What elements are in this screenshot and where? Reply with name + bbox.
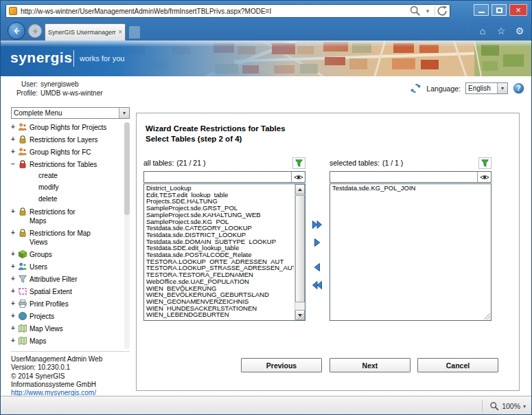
scrollbar-thumb[interactable] [295,195,305,302]
refresh-sync-icon[interactable] [410,82,421,94]
expand-icon[interactable]: + [11,147,17,156]
tab-close-icon[interactable]: × [118,29,122,36]
minimize-button[interactable] [474,4,489,16]
url-text[interactable]: http://w-ws-wintner/UserManagementAdminW… [21,8,409,15]
tree-item[interactable]: −Restrictions for Tables [11,159,124,169]
menu-dropdown[interactable]: Complete Menu ▾ [11,107,130,119]
tree-item[interactable]: +Spatial Extent [11,287,124,296]
tree-subitem-create[interactable]: create [38,172,124,180]
tree-item-label[interactable]: Users [30,262,47,271]
tree-item-label[interactable]: Spatial Extent [30,287,72,296]
list-item[interactable]: Testdata.sde.DOMAIN_SUBTYPE_LOOKUP [145,238,294,245]
home-icon[interactable]: ⌂ [476,24,489,38]
selected-tables-preview-button[interactable] [477,172,491,182]
expand-icon[interactable]: + [11,336,17,345]
address-bar[interactable]: http://w-ws-wintner/UserManagementAdminW… [5,4,450,18]
maximize-button[interactable] [491,4,507,16]
sidebar-scrollbar-thumb[interactable] [124,122,130,215]
list-item[interactable]: Testdata.sde.DISTRICT_LOOKUP [145,232,294,238]
tree-item[interactable]: +Attributive Filter [11,274,124,284]
tree-item[interactable]: +Restrictions for Layers [11,135,124,144]
expand-icon[interactable]: + [11,122,17,131]
close-button[interactable]: × [509,4,527,16]
tree-item[interactable]: +Restrictions for Map Views [11,228,124,247]
zoom-control[interactable]: 100% ▾ [482,400,526,412]
list-item[interactable]: WIEN_BEVÖLKERUNG [145,285,294,292]
tree-item-label[interactable]: Group Rights for FC [30,147,91,157]
list-item[interactable]: TESTORA.TESTORA_FELDNAMEN [145,271,294,278]
tree-item-label[interactable]: Restrictions for Tables [30,159,97,169]
scroll-up-icon[interactable] [295,184,305,194]
list-item[interactable]: WIEN_LEBENDGEBURTEN [145,311,294,318]
tree-item-label[interactable]: Maps [30,336,46,346]
move-right-button[interactable] [310,236,324,249]
all-tables-preview-button[interactable] [291,172,305,182]
tree-item[interactable]: +Group Rights for FC [11,147,124,157]
zoom-level[interactable]: 100% [502,402,520,410]
autocomplete-caret-icon[interactable]: ▾ [421,5,434,16]
tree-subitem-delete[interactable]: delete [38,195,124,203]
list-item[interactable]: TESTORA.LOOKUP_ORTE_ADRESSEN_AUT [145,258,294,265]
tree-item-label[interactable]: Attributive Filter [30,274,77,284]
tree-item-label[interactable]: Restrictions for Maps [30,207,93,225]
list-item[interactable]: Testdata.sde.POSTALCODE_Relate [145,251,294,258]
browser-tab[interactable]: SynerGIS Usermanagement ... × [45,23,126,41]
expand-icon[interactable]: + [11,287,17,295]
sidebar-scrollbar[interactable] [124,122,130,349]
tree-item-label[interactable]: Restrictions for Layers [30,135,97,144]
back-button[interactable] [8,22,25,40]
tree-item[interactable]: +Map Views [11,324,124,333]
expand-icon[interactable]: + [11,228,17,237]
tree-item-label[interactable]: Restrictions for Map Views [30,228,93,247]
new-tab-button[interactable] [129,26,140,38]
tree-item[interactable]: +Users [11,262,124,271]
resize-gripper-icon[interactable] [297,313,304,319]
forward-button[interactable] [28,24,42,38]
list-item[interactable]: TESTORA.LOOKUP_STRASSE_ADRESSEN_AUT [145,265,294,271]
expand-icon[interactable]: + [11,262,17,271]
tree-item[interactable]: +Restrictions for Maps [11,207,124,225]
list-item[interactable]: Projects.SDE.HALTUNG [145,198,294,205]
tree-item[interactable]: +Layers [11,348,124,349]
all-tables-filter-input[interactable] [144,172,291,182]
list-item[interactable]: Testdata.SDE.edit_lookup_table [145,245,294,251]
all-tables-filter-button[interactable] [292,157,305,169]
selected-tables-filter-input[interactable] [330,172,477,182]
language-select[interactable]: English ▾ [465,82,508,94]
expand-icon[interactable]: + [11,348,17,349]
tree-item[interactable]: +Print Profiles [11,299,124,309]
list-item[interactable]: Testdata.sde.CATEGORY_LOOKUP [145,225,294,232]
list-item[interactable]: SampleProject.sde.KAHALTUNG_WEB [145,212,294,218]
expand-icon[interactable]: + [11,324,17,333]
expand-icon[interactable]: + [11,274,17,283]
move-all-right-button[interactable] [310,218,324,232]
list-item[interactable]: SampleProject.sde.KG_POL [145,218,294,225]
list-item[interactable]: Edit.TEST.edit_lookup_table [145,192,294,199]
move-all-left-button[interactable] [310,278,324,292]
expand-icon[interactable]: + [11,311,17,320]
move-left-button[interactable] [310,260,324,274]
tree-item-label[interactable]: Map Views [30,324,63,333]
list-item[interactable]: WIEN_BEVÖLKERUNG_GEBURTSLAND [145,291,294,298]
list-item[interactable]: District_Lookup [145,185,294,192]
expand-icon[interactable]: + [11,207,17,216]
favorites-star-icon[interactable]: ☆ [495,24,507,38]
refresh-icon[interactable] [436,5,448,16]
all-tables-list[interactable]: District_LookupEdit.TEST.edit_lookup_tab… [143,183,305,321]
list-item[interactable]: WIEN_HUNDESACKERLSTATIONEN [145,305,294,312]
search-icon[interactable] [409,5,421,16]
cancel-button[interactable]: Cancel [417,358,498,372]
next-button[interactable]: Next [329,358,410,372]
previous-button[interactable]: Previous [241,358,322,372]
tree-item-label[interactable]: Groups [30,249,52,259]
resize-gripper-icon[interactable] [483,313,490,319]
help-button[interactable]: ? [513,82,524,94]
expand-icon[interactable]: + [11,299,17,308]
tree-item-label[interactable]: Projects [30,311,54,321]
list-item[interactable]: WIEN_GEONAMENVERZEICHNIS [145,298,294,305]
settings-gear-icon[interactable]: ⚙ [513,24,526,38]
selected-tables-filter-button[interactable] [478,157,491,169]
tree-item[interactable]: +Projects [11,311,124,321]
tree-subitem-modify[interactable]: modify [38,183,124,192]
expand-icon[interactable]: + [11,135,17,144]
